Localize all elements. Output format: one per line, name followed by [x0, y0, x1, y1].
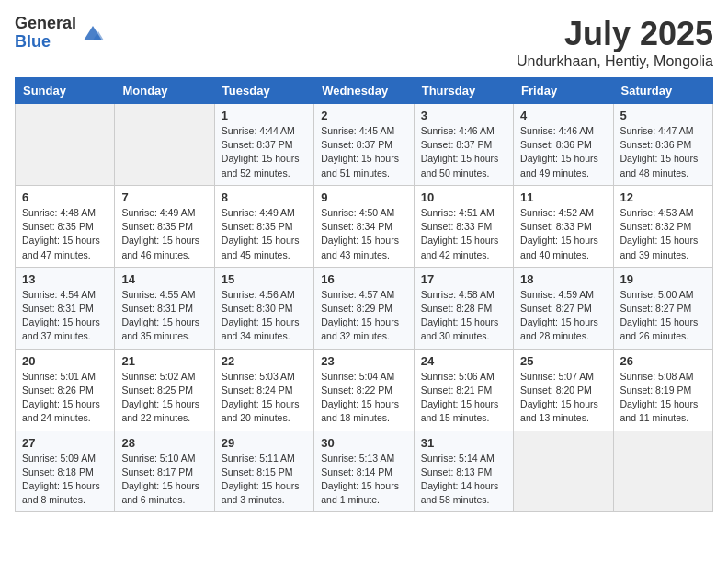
calendar-table: SundayMondayTuesdayWednesdayThursdayFrid… [15, 77, 713, 512]
calendar-cell: 15Sunrise: 4:56 AMSunset: 8:30 PMDayligh… [214, 267, 313, 349]
day-detail: Sunrise: 4:46 AMSunset: 8:37 PMDaylight:… [421, 125, 499, 178]
calendar-cell [514, 431, 613, 512]
weekday-header-thursday: Thursday [414, 78, 513, 104]
day-number: 30 [321, 436, 406, 450]
day-detail: Sunrise: 4:48 AMSunset: 8:35 PMDaylight:… [22, 207, 100, 260]
day-detail: Sunrise: 4:47 AMSunset: 8:36 PMDaylight:… [620, 125, 699, 178]
day-number: 20 [22, 354, 108, 368]
calendar-cell: 7Sunrise: 4:49 AMSunset: 8:35 PMDaylight… [115, 185, 214, 267]
day-number: 5 [620, 109, 706, 122]
day-detail: Sunrise: 4:50 AMSunset: 8:34 PMDaylight:… [321, 207, 399, 260]
week-row-5: 27Sunrise: 5:09 AMSunset: 8:18 PMDayligh… [16, 431, 713, 512]
day-detail: Sunrise: 4:49 AMSunset: 8:35 PMDaylight:… [222, 207, 300, 260]
day-number: 14 [121, 272, 207, 286]
calendar-cell: 16Sunrise: 4:57 AMSunset: 8:29 PMDayligh… [314, 267, 414, 349]
day-number: 4 [520, 109, 606, 122]
calendar-cell: 1Sunrise: 4:44 AMSunset: 8:37 PMDaylight… [214, 104, 313, 186]
day-number: 3 [421, 109, 506, 122]
day-detail: Sunrise: 4:58 AMSunset: 8:28 PMDaylight:… [421, 289, 499, 342]
calendar-cell: 22Sunrise: 5:03 AMSunset: 8:24 PMDayligh… [214, 349, 313, 431]
day-number: 2 [321, 109, 406, 122]
weekday-header-monday: Monday [115, 78, 214, 104]
day-detail: Sunrise: 4:44 AMSunset: 8:37 PMDaylight:… [222, 125, 300, 178]
calendar-cell: 26Sunrise: 5:08 AMSunset: 8:19 PMDayligh… [613, 349, 712, 431]
calendar-cell: 9Sunrise: 4:50 AMSunset: 8:34 PMDaylight… [314, 185, 414, 267]
day-number: 29 [222, 436, 307, 450]
calendar-cell: 14Sunrise: 4:55 AMSunset: 8:31 PMDayligh… [115, 267, 214, 349]
weekday-header-row: SundayMondayTuesdayWednesdayThursdayFrid… [16, 78, 713, 104]
day-detail: Sunrise: 4:49 AMSunset: 8:35 PMDaylight:… [121, 207, 199, 260]
calendar-cell: 3Sunrise: 4:46 AMSunset: 8:37 PMDaylight… [414, 104, 513, 186]
day-detail: Sunrise: 4:57 AMSunset: 8:29 PMDaylight:… [321, 289, 399, 342]
logo-text: General Blue [15, 15, 76, 52]
day-detail: Sunrise: 5:14 AMSunset: 8:13 PMDaylight:… [421, 453, 499, 506]
day-number: 28 [121, 436, 207, 450]
logo-icon [80, 20, 106, 46]
calendar-cell [613, 431, 712, 512]
day-detail: Sunrise: 4:52 AMSunset: 8:33 PMDaylight:… [520, 207, 598, 260]
location-title: Undurkhaan, Hentiy, Mongolia [517, 53, 713, 70]
day-number: 11 [520, 190, 606, 204]
calendar-cell: 6Sunrise: 4:48 AMSunset: 8:35 PMDaylight… [16, 185, 115, 267]
weekday-header-wednesday: Wednesday [314, 78, 414, 104]
calendar-cell: 20Sunrise: 5:01 AMSunset: 8:26 PMDayligh… [16, 349, 115, 431]
day-number: 24 [421, 354, 506, 368]
day-detail: Sunrise: 5:07 AMSunset: 8:20 PMDaylight:… [520, 371, 598, 424]
day-detail: Sunrise: 5:10 AMSunset: 8:17 PMDaylight:… [121, 453, 199, 506]
day-number: 27 [22, 436, 108, 450]
week-row-1: 1Sunrise: 4:44 AMSunset: 8:37 PMDaylight… [16, 104, 713, 186]
day-number: 7 [121, 190, 207, 204]
day-detail: Sunrise: 4:54 AMSunset: 8:31 PMDaylight:… [22, 289, 100, 342]
calendar-cell [115, 104, 214, 186]
logo-general: General [15, 15, 76, 33]
calendar-cell: 30Sunrise: 5:13 AMSunset: 8:14 PMDayligh… [314, 431, 414, 512]
page-header: General Blue July 2025 Undurkhaan, Henti… [15, 15, 713, 70]
day-detail: Sunrise: 5:13 AMSunset: 8:14 PMDaylight:… [321, 453, 399, 506]
day-detail: Sunrise: 5:06 AMSunset: 8:21 PMDaylight:… [421, 371, 499, 424]
day-number: 21 [121, 354, 207, 368]
calendar-cell: 4Sunrise: 4:46 AMSunset: 8:36 PMDaylight… [514, 104, 613, 186]
day-detail: Sunrise: 5:09 AMSunset: 8:18 PMDaylight:… [22, 453, 100, 506]
calendar-cell: 19Sunrise: 5:00 AMSunset: 8:27 PMDayligh… [613, 267, 712, 349]
day-number: 19 [620, 272, 706, 286]
day-detail: Sunrise: 4:56 AMSunset: 8:30 PMDaylight:… [222, 289, 300, 342]
week-row-2: 6Sunrise: 4:48 AMSunset: 8:35 PMDaylight… [16, 185, 713, 267]
week-row-3: 13Sunrise: 4:54 AMSunset: 8:31 PMDayligh… [16, 267, 713, 349]
day-detail: Sunrise: 5:01 AMSunset: 8:26 PMDaylight:… [22, 371, 100, 424]
calendar-cell: 24Sunrise: 5:06 AMSunset: 8:21 PMDayligh… [414, 349, 513, 431]
day-number: 31 [421, 436, 506, 450]
calendar-cell: 25Sunrise: 5:07 AMSunset: 8:20 PMDayligh… [514, 349, 613, 431]
day-detail: Sunrise: 4:55 AMSunset: 8:31 PMDaylight:… [121, 289, 199, 342]
day-number: 25 [520, 354, 606, 368]
day-number: 10 [421, 190, 506, 204]
day-number: 9 [321, 190, 406, 204]
calendar-cell: 2Sunrise: 4:45 AMSunset: 8:37 PMDaylight… [314, 104, 414, 186]
calendar-cell: 29Sunrise: 5:11 AMSunset: 8:15 PMDayligh… [214, 431, 313, 512]
day-detail: Sunrise: 5:03 AMSunset: 8:24 PMDaylight:… [222, 371, 300, 424]
day-number: 1 [222, 109, 307, 122]
day-number: 18 [520, 272, 606, 286]
day-detail: Sunrise: 4:59 AMSunset: 8:27 PMDaylight:… [520, 289, 598, 342]
calendar-cell: 21Sunrise: 5:02 AMSunset: 8:25 PMDayligh… [115, 349, 214, 431]
day-detail: Sunrise: 4:51 AMSunset: 8:33 PMDaylight:… [421, 207, 499, 260]
day-detail: Sunrise: 5:08 AMSunset: 8:19 PMDaylight:… [620, 371, 699, 424]
calendar-cell [16, 104, 115, 186]
day-number: 13 [22, 272, 108, 286]
calendar-cell: 18Sunrise: 4:59 AMSunset: 8:27 PMDayligh… [514, 267, 613, 349]
day-detail: Sunrise: 5:02 AMSunset: 8:25 PMDaylight:… [121, 371, 199, 424]
day-number: 26 [620, 354, 706, 368]
month-title: July 2025 [517, 15, 713, 53]
day-number: 6 [22, 190, 108, 204]
calendar-cell: 31Sunrise: 5:14 AMSunset: 8:13 PMDayligh… [414, 431, 513, 512]
day-number: 15 [222, 272, 307, 286]
calendar-cell: 5Sunrise: 4:47 AMSunset: 8:36 PMDaylight… [613, 104, 712, 186]
day-number: 12 [620, 190, 706, 204]
weekday-header-friday: Friday [514, 78, 613, 104]
day-number: 22 [222, 354, 307, 368]
day-number: 23 [321, 354, 406, 368]
calendar-cell: 12Sunrise: 4:53 AMSunset: 8:32 PMDayligh… [613, 185, 712, 267]
week-row-4: 20Sunrise: 5:01 AMSunset: 8:26 PMDayligh… [16, 349, 713, 431]
calendar-cell: 8Sunrise: 4:49 AMSunset: 8:35 PMDaylight… [214, 185, 313, 267]
calendar-cell: 27Sunrise: 5:09 AMSunset: 8:18 PMDayligh… [16, 431, 115, 512]
calendar-cell: 13Sunrise: 4:54 AMSunset: 8:31 PMDayligh… [16, 267, 115, 349]
